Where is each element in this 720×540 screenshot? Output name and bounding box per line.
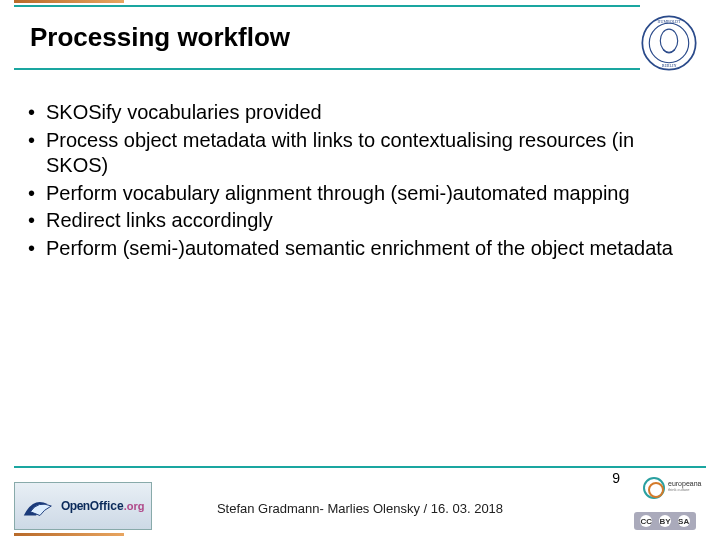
top-rule (14, 5, 640, 7)
title-underline (14, 68, 640, 70)
cc-sa-icon: SA (678, 515, 690, 527)
slide-title: Processing workflow (30, 22, 290, 53)
footer-author-line: Stefan Gradmann- Marlies Olensky / 16. 0… (0, 501, 720, 516)
cc-by-icon: BY (659, 515, 671, 527)
europeana-subtext: think culture (668, 488, 690, 492)
top-decoration (0, 0, 720, 12)
list-item: Process object metadata with links to co… (28, 128, 680, 179)
footer-rule (14, 466, 706, 468)
list-item: SKOSify vocabularies provided (28, 100, 680, 126)
list-item: Perform (semi-)automated semantic enrich… (28, 236, 680, 262)
europeana-logo: europeana think culture (640, 476, 696, 504)
bullet-list: SKOSify vocabularies provided Process ob… (28, 100, 680, 264)
list-item: Redirect links accordingly (28, 208, 680, 234)
cc-cc-icon: CC (640, 515, 652, 527)
list-item: Perform vocabulary alignment through (se… (28, 181, 680, 207)
svg-point-0 (642, 16, 695, 69)
top-accent-stripe (14, 0, 124, 3)
cc-license-badge-icon: CC BY SA (634, 512, 696, 530)
europeana-text: europeana (668, 480, 701, 487)
europeana-icon (643, 477, 665, 499)
bottom-accent-stripe (14, 533, 124, 536)
hu-berlin-seal-icon: HUMBOLDT BERLIN (640, 14, 698, 72)
svg-text:BERLIN: BERLIN (662, 63, 677, 68)
page-number: 9 (612, 470, 620, 486)
svg-text:HUMBOLDT: HUMBOLDT (658, 19, 681, 24)
svg-point-2 (660, 29, 677, 52)
